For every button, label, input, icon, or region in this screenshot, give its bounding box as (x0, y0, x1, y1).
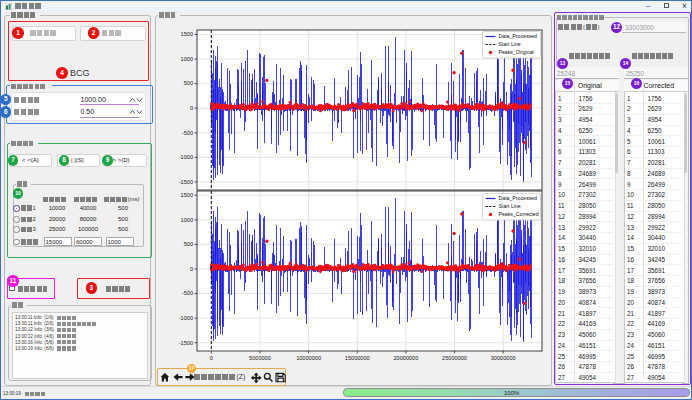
svg-text:Start Line: Start Line (499, 203, 521, 209)
svg-text:-500: -500 (182, 130, 193, 136)
svg-text:1000: 1000 (181, 56, 193, 62)
svg-text:1500: 1500 (181, 31, 193, 37)
svg-text:-500: -500 (182, 290, 193, 296)
svg-text:1500: 1500 (181, 192, 193, 198)
svg-text:0: 0 (210, 355, 213, 361)
svg-text:500: 500 (184, 241, 193, 247)
svg-text:25000000: 25000000 (442, 355, 467, 361)
svg-text:Start Line: Start Line (499, 41, 521, 47)
svg-text:0: 0 (190, 105, 193, 111)
svg-text:5000000: 5000000 (249, 355, 271, 361)
svg-text:10000000: 10000000 (296, 355, 321, 361)
svg-text:20000000: 20000000 (393, 355, 418, 361)
svg-text:-1000: -1000 (179, 315, 193, 321)
svg-text:Data_Processed: Data_Processed (499, 33, 537, 39)
svg-text:15000000: 15000000 (345, 355, 370, 361)
svg-text:30000000: 30000000 (491, 355, 516, 361)
svg-text:-1500: -1500 (179, 179, 193, 185)
svg-text:-1000: -1000 (179, 154, 193, 160)
svg-text:1000: 1000 (181, 217, 193, 223)
svg-text:Peaks_Original: Peaks_Original (499, 49, 534, 55)
svg-text:0: 0 (190, 266, 193, 272)
svg-text:Peaks_Corrected: Peaks_Corrected (499, 211, 539, 217)
svg-text:Data_Processed: Data_Processed (499, 195, 537, 201)
svg-text:500: 500 (184, 80, 193, 86)
svg-text:-1500: -1500 (179, 340, 193, 346)
